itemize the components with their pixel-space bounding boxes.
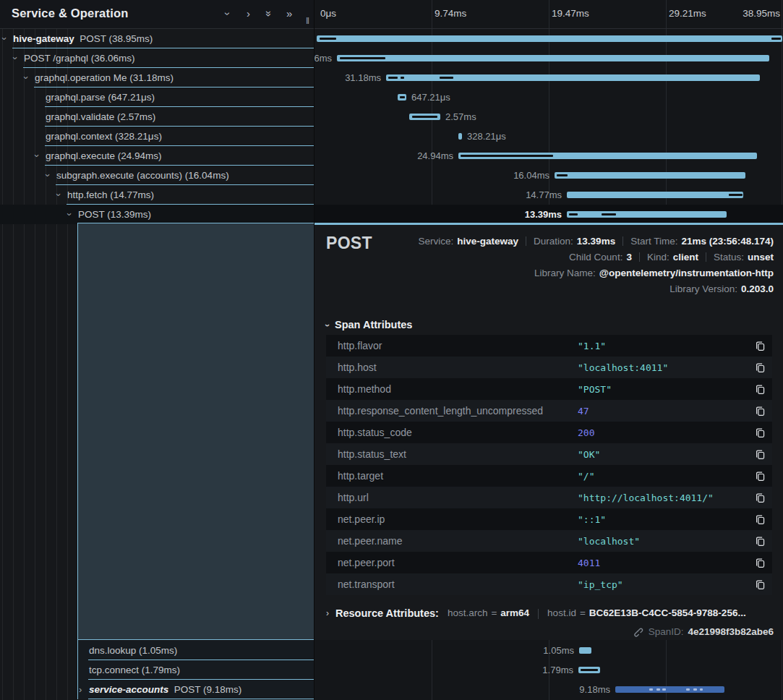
attribute-value: "localhost:4011" <box>578 362 748 373</box>
span-bar[interactable] <box>615 686 724 693</box>
span-label: hive-gateway POST (38.95ms) <box>13 29 153 48</box>
copy-icon[interactable] <box>748 492 772 503</box>
panel-resizer-handle[interactable]: ‖ <box>306 16 310 26</box>
child-span-notch <box>771 38 781 40</box>
duration-label: 1.05ms <box>543 641 574 660</box>
span-bar[interactable] <box>578 667 600 673</box>
duration-label: 24.94ms <box>417 146 453 166</box>
copy-icon[interactable] <box>748 384 772 395</box>
span-tree-row[interactable]: ›subgraph.execute (accounts) (16.04ms) <box>0 166 314 185</box>
chevron-down-icon[interactable]: › <box>3 29 6 48</box>
attribute-row: net.peer.name"localhost" <box>326 530 772 552</box>
timeline-row[interactable]: 24.94ms <box>315 146 783 166</box>
attribute-value: "/" <box>578 471 748 482</box>
timeline-tick: 9.74ms <box>435 8 466 19</box>
span-label: graphql.context (328.21μs) <box>46 127 162 146</box>
span-bar[interactable] <box>567 192 743 198</box>
span-bar[interactable] <box>579 647 591 654</box>
trace-viewer: ›hive-gateway POST (38.95ms)›POST /graph… <box>0 0 783 700</box>
timeline-row[interactable]: 9.18ms <box>315 680 783 699</box>
copy-icon[interactable] <box>748 579 772 590</box>
timeline-row[interactable]: 2.57ms <box>315 107 783 127</box>
span-tree-row[interactable]: ›graphql.execute (24.94ms) <box>0 146 314 166</box>
span-bar[interactable] <box>555 172 745 179</box>
timeline-row[interactable]: 14.77ms <box>315 185 783 205</box>
span-bar[interactable] <box>317 35 782 42</box>
child-span-notch <box>557 174 568 176</box>
attribute-key: http.status_code <box>326 427 578 438</box>
span-label: graphql.parse (647.21μs) <box>46 88 155 107</box>
copy-icon[interactable] <box>748 558 772 568</box>
timeline-row[interactable]: 1.79ms <box>315 660 783 680</box>
timeline-row[interactable]: 13.39ms <box>315 205 783 224</box>
span-tree-row[interactable]: ›hive-gateway POST (38.95ms) <box>0 29 314 48</box>
duration-label: 328.21μs <box>467 127 506 146</box>
span-tree-row[interactable]: ›service-accounts POST (9.18ms) <box>0 680 314 699</box>
span-bar[interactable] <box>458 153 757 159</box>
timeline-row[interactable]: 328.21μs <box>315 127 783 146</box>
double-chevron-right-icon[interactable]: » <box>286 8 292 20</box>
chevron-down-icon[interactable]: › <box>35 146 38 166</box>
meta-label: Start Time: <box>630 236 677 247</box>
resource-key: host.id <box>547 607 576 618</box>
chevron-right-icon[interactable]: › <box>79 680 82 699</box>
span-bar[interactable] <box>567 211 727 218</box>
span-tree-row[interactable]: graphql.context (328.21μs) <box>0 127 314 146</box>
span-tree-row[interactable]: ›POST (13.39ms) <box>0 205 314 224</box>
timeline-row[interactable]: 1.05ms <box>315 641 783 660</box>
span-tree-row[interactable]: ›POST /graphql (36.06ms) <box>0 48 314 68</box>
meta-line: Library Version:0.203.0 <box>418 281 774 296</box>
span-tree-row[interactable]: graphql.validate (2.57ms) <box>0 107 314 127</box>
duration-label: 16.04ms <box>513 166 549 185</box>
resource-attributes-title: Resource Attributes: <box>335 607 439 619</box>
timeline-row[interactable]: 36.06ms <box>315 48 783 68</box>
attribute-key: http.host <box>326 362 578 373</box>
span-bar[interactable] <box>337 55 769 61</box>
chevron-down-icon[interactable]: › <box>25 68 27 88</box>
attribute-key: http.flavor <box>326 340 578 351</box>
selected-span-guide-line <box>77 640 78 699</box>
link-icon[interactable] <box>633 626 643 637</box>
span-tree-row[interactable]: ›http.fetch (14.77ms) <box>0 185 314 205</box>
double-chevron-down-icon[interactable]: » <box>266 8 272 20</box>
copy-icon[interactable] <box>748 362 772 373</box>
resource-value: BC62E13B-C4CC-5854-9788-256... <box>589 607 746 618</box>
timeline-row[interactable]: 16.04ms <box>315 166 783 185</box>
attribute-row: http.url"http://localhost:4011/" <box>326 487 772 508</box>
span-tree-row[interactable]: dns.lookup (1.05ms) <box>0 641 314 660</box>
chevron-down-icon[interactable]: › <box>14 48 17 68</box>
chevron-down-icon[interactable]: › <box>46 166 49 185</box>
span-attributes-header[interactable]: ›Span Attributes <box>326 319 412 330</box>
copy-icon[interactable] <box>748 406 772 417</box>
copy-icon[interactable] <box>748 449 772 460</box>
child-span-dash <box>656 688 660 691</box>
chevron-right-icon[interactable]: › <box>247 8 250 20</box>
chevron-down-icon[interactable]: › <box>226 8 229 20</box>
span-bar[interactable] <box>458 133 462 140</box>
span-bar[interactable] <box>398 94 406 101</box>
timeline-row[interactable]: 647.21μs <box>315 88 783 107</box>
span-bar[interactable] <box>386 74 760 81</box>
span-bar[interactable] <box>409 114 440 120</box>
meta-label: Service: <box>418 236 453 247</box>
meta-value: 3 <box>626 252 632 262</box>
separator <box>639 252 640 262</box>
resource-attributes-row[interactable]: › Resource Attributes: host.arch=arm64ho… <box>326 606 746 620</box>
timeline-row[interactable]: 31.18ms <box>315 68 783 88</box>
meta-value: 13.39ms <box>577 236 615 247</box>
span-tree-row[interactable]: tcp.connect (1.79ms) <box>0 660 314 680</box>
copy-icon[interactable] <box>748 514 772 525</box>
span-tree-row[interactable]: graphql.parse (647.21μs) <box>0 88 314 107</box>
chevron-down-icon[interactable]: › <box>57 185 60 205</box>
attribute-value: "::1" <box>578 514 748 525</box>
child-span-dash <box>649 688 653 691</box>
span-tree-row[interactable]: ›graphql.operation Me (31.18ms) <box>0 68 314 88</box>
copy-icon[interactable] <box>748 471 772 482</box>
chevron-down-icon[interactable]: › <box>68 205 71 224</box>
attribute-key: net.peer.name <box>326 535 578 547</box>
copy-icon[interactable] <box>748 427 772 438</box>
copy-icon[interactable] <box>748 536 772 547</box>
timeline-row[interactable] <box>315 29 783 48</box>
span-attributes-table: http.flavor"1.1"http.host"localhost:4011… <box>326 335 772 595</box>
copy-icon[interactable] <box>748 341 772 351</box>
